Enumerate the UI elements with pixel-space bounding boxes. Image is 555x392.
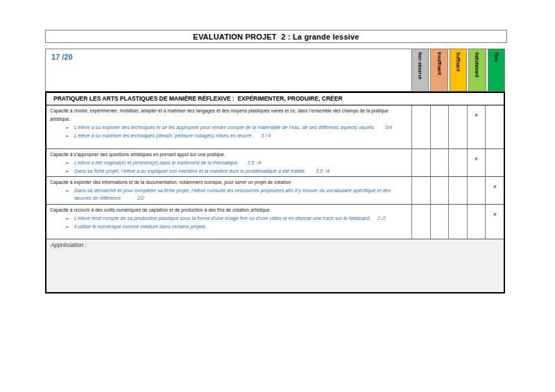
capacity-text: Capacité à exploiter des informations et… <box>50 178 405 187</box>
bullet-item: ➢ Dans sa démarche et pour compléter sa … <box>65 187 405 202</box>
rating-header-label: Suffisant <box>456 52 461 71</box>
rating-cells: x <box>411 177 504 204</box>
rating-cell-suffisant[interactable] <box>448 105 467 148</box>
bullet-item: ➢ Il utilise le numérique comme medium d… <box>65 223 405 231</box>
arrow-bullet-icon: ➢ <box>65 187 74 202</box>
row-text: Capacité à recourir à des outils numériq… <box>46 205 405 230</box>
bullet-text: L’élève a su explorer des techniques et … <box>74 124 392 132</box>
rating-cell-tbm[interactable] <box>485 149 504 176</box>
capacity-text: Capacité à s’approprier des questions ar… <box>50 151 405 159</box>
bullet-item: ➢ L’élève a su explorer des techniques e… <box>65 124 405 132</box>
bullet-item: ➢ L’élève a su maîtriser les techniques … <box>65 133 405 140</box>
table-row-capacity-1: Capacité à choisir, expérimenter, mobili… <box>46 105 504 149</box>
arrow-bullet-icon: ➢ <box>65 124 74 132</box>
rating-cells: x <box>411 205 504 239</box>
document-title: EVALUATION PROJET 2 : La grande lessive <box>45 30 507 43</box>
rating-cell-non-observe[interactable] <box>411 149 430 176</box>
rating-cell-satisfaisant[interactable] <box>467 205 486 239</box>
table-row-capacity-2: Capacité à s’approprier des questions ar… <box>46 149 504 177</box>
rating-header-insuffisant: Insuffisant <box>430 49 447 92</box>
score-value: 17 /20 <box>51 53 73 61</box>
evaluation-document: EVALUATION PROJET 2 : La grande lessive … <box>0 0 555 392</box>
capacity-text: Capacité à choisir, expérimenter, mobili… <box>50 107 405 123</box>
bullet-text: L’élève a su maîtriser les techniques (d… <box>74 133 271 140</box>
rating-header-label: Tbm <box>494 52 499 62</box>
bullet-item: ➢ L’élève rend compte de sa production p… <box>65 215 405 223</box>
rating-cell-non-observe[interactable] <box>411 177 430 204</box>
rating-cell-suffisant[interactable] <box>448 149 467 176</box>
rating-header-tbm: Tbm <box>488 49 505 92</box>
rating-cells: x <box>411 149 504 176</box>
rating-cell-satisfaisant[interactable] <box>467 177 486 204</box>
arrow-bullet-icon: ➢ <box>65 215 74 223</box>
rating-header-label: Insuffisant <box>437 52 442 75</box>
appreciation-area[interactable]: Appréciation : <box>46 239 504 292</box>
rating-cell-satisfaisant[interactable]: x <box>467 105 486 148</box>
row-text: Capacité à exploiter des informations et… <box>46 177 405 202</box>
rating-header-cells: Non observé Insuffisant Suffisant Satisf… <box>411 49 505 92</box>
rating-cell-non-observe[interactable] <box>411 205 430 239</box>
appreciation-label: Appréciation : <box>51 241 87 248</box>
rating-cells: x <box>411 105 504 148</box>
rating-cell-tbm[interactable] <box>485 105 504 148</box>
rating-cell-tbm[interactable]: x <box>485 177 504 204</box>
bullet-text: L’élève rend compte de sa production pla… <box>74 215 386 223</box>
rating-header-suffisant: Suffisant <box>450 49 467 92</box>
rating-header-label: Non observé <box>418 52 422 79</box>
rating-cell-tbm[interactable]: x <box>485 205 504 239</box>
row-text: Capacité à s’approprier des questions ar… <box>46 149 405 175</box>
rating-mark: x <box>493 183 496 189</box>
bullet-text: Dans sa démarche et pour compléter sa fi… <box>74 187 405 202</box>
bullet-text: Il utilise le numérique comme medium dan… <box>74 223 207 231</box>
rating-cell-suffisant[interactable] <box>448 177 467 204</box>
rating-cell-insuffisant[interactable] <box>430 177 449 204</box>
rating-header-satisfaisant: Satisfaisant <box>468 49 486 92</box>
capacity-text: Capacité à recourir à des outils numériq… <box>50 206 405 214</box>
rating-mark: x <box>493 211 496 217</box>
rating-cell-satisfaisant[interactable]: x <box>467 149 486 176</box>
arrow-bullet-icon: ➢ <box>65 168 74 176</box>
bullet-item: ➢ L’élève a été original(e) et pertinent… <box>65 160 405 167</box>
table-row-capacity-3: Capacité à exploiter des informations et… <box>46 177 504 205</box>
rating-header-non-observe: Non observé <box>411 49 429 92</box>
rating-header-label: Satisfaisant <box>475 52 479 78</box>
rating-cell-insuffisant[interactable] <box>430 149 449 176</box>
rating-cell-insuffisant[interactable] <box>430 205 449 239</box>
row-text: Capacité à choisir, expérimenter, mobili… <box>46 105 405 139</box>
rating-cell-suffisant[interactable] <box>448 205 467 239</box>
arrow-bullet-icon: ➢ <box>65 133 74 140</box>
bullet-text: L’élève a été original(e) et pertinent(e… <box>74 160 261 167</box>
score-and-rating-header-row: 17 /20 Non observé Insuffisant Suffisant… <box>45 49 505 92</box>
rating-mark: x <box>475 112 478 118</box>
rating-cell-insuffisant[interactable] <box>430 105 449 148</box>
arrow-bullet-icon: ➢ <box>65 223 74 231</box>
rating-cell-non-observe[interactable] <box>411 105 430 148</box>
bullet-item: ➢ Dans sa fiche projet, l’élève a su exp… <box>65 168 405 176</box>
rating-mark: x <box>475 155 478 162</box>
section-header: PRATIQUER LES ARTS PLASTIQUES DE MANIÈRE… <box>46 93 504 105</box>
arrow-bullet-icon: ➢ <box>65 160 74 167</box>
table-row-capacity-4: Capacité à recourir à des outils numériq… <box>46 205 504 239</box>
bullet-text: Dans sa fiche projet, l’élève a su expli… <box>74 168 330 176</box>
criteria-table: PRATIQUER LES ARTS PLASTIQUES DE MANIÈRE… <box>45 92 505 293</box>
